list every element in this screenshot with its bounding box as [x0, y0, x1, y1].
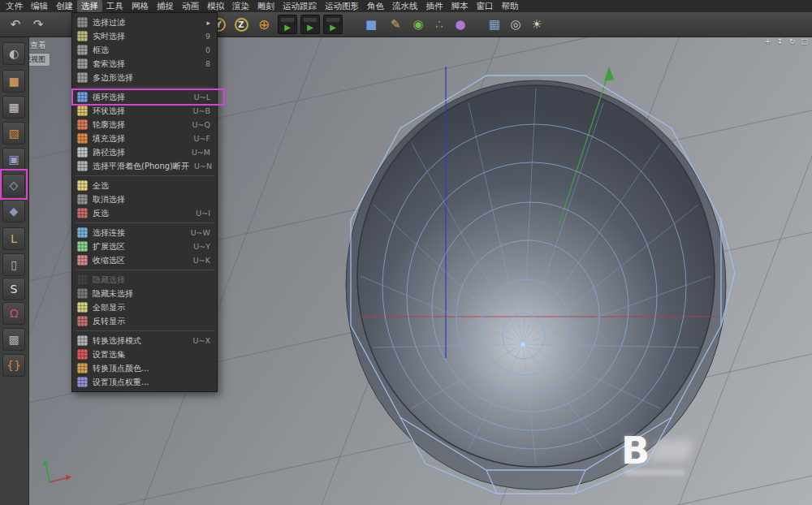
menu-item-polygon-selection[interactable]: 多边形选择	[72, 71, 217, 84]
cube-primitive-button[interactable]: ■	[361, 14, 382, 35]
menu-window[interactable]: 窗口	[473, 0, 498, 12]
menu-tools[interactable]: 工具	[102, 0, 127, 12]
menu-animate[interactable]: 动画	[178, 0, 203, 12]
menu-file[interactable]: 文件	[2, 0, 27, 12]
menu-item-rectangle-selection[interactable]: 框选 0	[72, 43, 217, 57]
loop-selection-icon	[77, 92, 88, 102]
redo-icon[interactable]: ↷	[28, 14, 49, 35]
menu-item-fill-selection[interactable]: 填充选择 U~F	[72, 132, 217, 145]
menu-item-convert-selection-mode[interactable]: 转换选择模式 U~X	[72, 334, 217, 347]
menu-item-path-selection[interactable]: 路径选择 U~M	[72, 145, 217, 159]
make-editable-button[interactable]: ◐	[2, 42, 25, 65]
menu-mograph[interactable]: 运动图形	[321, 0, 363, 12]
undo-icon[interactable]: ↶	[5, 14, 26, 35]
magnet-tool-button[interactable]: Ω	[2, 302, 25, 325]
lock-workplane-button[interactable]: ▩	[2, 328, 25, 351]
viewport-name-label: 透视视图	[29, 53, 50, 67]
menu-render[interactable]: 渲染	[228, 0, 253, 12]
workplane-mode-button[interactable]: ▧	[2, 122, 25, 145]
menu-select[interactable]: 选择	[77, 0, 102, 12]
menu-sculpt[interactable]: 雕刻	[253, 0, 279, 12]
menu-separator	[76, 270, 214, 270]
convert-selection-mode-icon	[77, 335, 88, 346]
fill-selection-icon	[77, 133, 88, 144]
camera-button[interactable]: ◎	[505, 14, 526, 35]
points-mode-button[interactable]: ▣	[2, 148, 25, 170]
menu-item-hide-unselected[interactable]: 隐藏未选择	[72, 287, 217, 300]
menu-item-set-vertex-color[interactable]: 转换顶点颜色...	[72, 361, 217, 375]
viewport-view-menu[interactable]: 查看	[29, 40, 54, 51]
array-button[interactable]: ∴	[429, 14, 450, 35]
menu-item-grow-selection[interactable]: 扩展选区 U~Y	[72, 240, 217, 253]
menu-item-invert-selection[interactable]: 反选 U~I	[72, 206, 217, 220]
menu-item-deselect-all[interactable]: 取消选择	[72, 192, 217, 206]
menu-item-set-selection[interactable]: 设置选集	[72, 347, 217, 361]
menu-separator	[76, 330, 214, 331]
texture-mode-button[interactable]: ▦	[2, 96, 25, 119]
menu-item-loop-selection[interactable]: 循环选择 U~L	[72, 90, 217, 104]
quantize-button[interactable]: {}	[2, 354, 25, 377]
menu-item-invert-visibility[interactable]: 反转显示	[72, 314, 217, 328]
center-vertex-dot[interactable]	[520, 342, 525, 347]
menu-snap[interactable]: 捕捉	[153, 0, 178, 12]
menu-item-hide-selected: 隐藏选择	[72, 273, 217, 287]
z-axis-lock-button[interactable]: Z	[231, 14, 252, 35]
menu-separator	[76, 87, 214, 88]
menu-pipeline[interactable]: 流水线	[388, 0, 422, 12]
render-picture-viewer-button[interactable]: ▶	[300, 15, 320, 34]
menu-help[interactable]: 帮助	[498, 0, 523, 12]
menu-create[interactable]: 创建	[52, 0, 77, 12]
rotate-view-icon[interactable]: ↻	[788, 37, 797, 45]
bowl-object[interactable]	[346, 67, 735, 494]
menu-item-set-vertex-weight[interactable]: 设置顶点权重...	[72, 375, 217, 389]
set-vertex-weight-icon	[77, 377, 88, 387]
outline-selection-icon	[77, 119, 88, 130]
submenu-arrow-icon: ▸	[206, 19, 210, 27]
menu-separator	[76, 175, 214, 176]
menu-item-ring-selection[interactable]: 环状选择 U~B	[72, 104, 217, 118]
show-all-icon	[77, 302, 88, 313]
light-button[interactable]: ☀	[526, 14, 547, 35]
metaball-button[interactable]: ●	[450, 14, 471, 35]
viewport-solo-button[interactable]: ▯	[2, 253, 25, 276]
menu-simulate[interactable]: 模拟	[203, 0, 228, 12]
axis-mode-button[interactable]: L	[2, 227, 25, 250]
menu-item-shrink-selection[interactable]: 收缩选区 U~K	[72, 253, 217, 267]
select-all-icon	[77, 180, 88, 191]
menu-motion-tracker[interactable]: 运动跟踪	[279, 0, 321, 12]
menu-character[interactable]: 角色	[363, 0, 388, 12]
menu-item-select-all[interactable]: 全选	[72, 179, 217, 192]
menu-item-select-connected[interactable]: 选择连接 U~W	[72, 226, 217, 240]
invert-selection-icon	[77, 208, 88, 218]
mode-sidebar: ◐ ■ ▦ ▧ ▣ ◇ ◆ L ▯ S Ω ▩ {}	[0, 37, 29, 505]
pen-tool-button[interactable]: ✎	[385, 14, 406, 35]
snap-enable-button[interactable]: S	[2, 278, 25, 300]
menu-item-selection-filter[interactable]: 选择过滤 ▸	[72, 15, 217, 29]
model-mode-button[interactable]: ■	[2, 70, 25, 93]
maximize-view-icon[interactable]: □	[800, 37, 809, 45]
viewport-controls: + ↕ ↻ □	[763, 37, 809, 45]
edges-mode-button[interactable]: ◇	[2, 174, 25, 196]
menu-script[interactable]: 脚本	[447, 0, 473, 12]
menu-plugins[interactable]: 插件	[422, 0, 447, 12]
array-grid-button[interactable]: ▦	[484, 14, 505, 35]
cinema4d-window: 文件 编辑 创建 选择 工具 网格 捕捉 动画 模拟 渲染 雕刻 运动跟踪 运动…	[0, 0, 812, 505]
hide-selected-icon	[77, 274, 88, 285]
polygons-mode-button[interactable]: ◆	[2, 200, 25, 222]
menu-separator	[76, 222, 214, 223]
menu-item-phong-break-selection[interactable]: 选择平滑着色(Phong)断开 U~N	[72, 159, 217, 173]
render-settings-button[interactable]: ▶	[323, 15, 343, 34]
set-selection-icon	[77, 349, 88, 360]
subdivision-surface-button[interactable]: ◉	[408, 14, 429, 35]
menu-item-show-all[interactable]: 全部显示	[72, 300, 217, 314]
rectangle-selection-icon	[77, 45, 88, 55]
menu-item-lasso-selection[interactable]: 套索选择 8	[72, 57, 217, 71]
menu-item-live-selection[interactable]: 实时选择 9	[72, 29, 217, 43]
coordinate-system-button[interactable]: ⊕	[253, 14, 274, 35]
zoom-view-icon[interactable]: ↕	[775, 37, 784, 45]
render-view-button[interactable]: ▶	[278, 15, 297, 34]
menu-mesh[interactable]: 网格	[127, 0, 153, 12]
menu-item-outline-selection[interactable]: 轮廓选择 U~Q	[72, 118, 217, 132]
pan-view-icon[interactable]: +	[763, 37, 772, 45]
menu-edit[interactable]: 编辑	[27, 0, 52, 12]
